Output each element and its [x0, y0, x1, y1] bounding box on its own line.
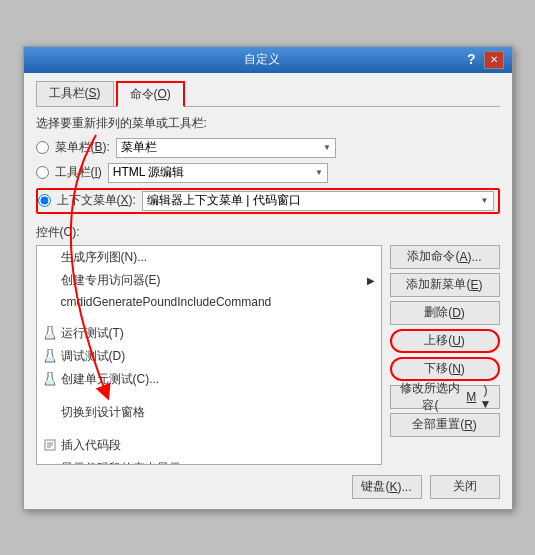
- flask-create-icon: [43, 372, 57, 386]
- blank-icon: [43, 295, 57, 309]
- move-up-wrapper: 上移(U): [390, 329, 500, 353]
- radio-toolbar[interactable]: [36, 166, 49, 179]
- blank-icon: [43, 405, 57, 419]
- radio-group: 菜单栏(B): 菜单栏 ▼ 工具栏(I) HTML 源编辑 ▼ 上下文菜单(X)…: [36, 138, 500, 216]
- delete-button[interactable]: 删除(D): [390, 301, 500, 325]
- dropdown-arrow-context: ▼: [481, 196, 489, 205]
- close-dialog-button[interactable]: 关闭: [430, 475, 500, 499]
- list-item[interactable]: 创建专用访问器(E) ▶: [37, 269, 381, 292]
- flask-debug-icon: [43, 349, 57, 363]
- command-list[interactable]: 生成序列图(N)... 创建专用访问器(E) ▶ cmdidGeneratePo…: [36, 245, 382, 465]
- controls-label: 控件(C):: [36, 224, 500, 241]
- dialog-title: 自定义: [58, 51, 467, 68]
- blank-icon: [43, 461, 57, 465]
- tab-command[interactable]: 命令(O): [116, 81, 185, 107]
- blank-icon: [43, 273, 57, 287]
- dropdown-arrow-menu: ▼: [323, 143, 331, 152]
- dropdown-arrow-toolbar: ▼: [315, 168, 323, 177]
- radio-context[interactable]: [38, 194, 51, 207]
- dropdown-context[interactable]: 编辑器上下文菜单 | 代码窗口 ▼: [142, 191, 494, 211]
- main-area: 生成序列图(N)... 创建专用访问器(E) ▶ cmdidGeneratePo…: [36, 245, 500, 465]
- title-bar: 自定义 ? ✕: [24, 47, 512, 73]
- list-separator: [37, 424, 381, 434]
- tab-toolbar[interactable]: 工具栏(S): [36, 81, 114, 106]
- select-label: 选择要重新排列的菜单或工具栏:: [36, 115, 500, 132]
- radio-row-menu: 菜单栏(B): 菜单栏 ▼: [36, 138, 500, 158]
- dropdown-menu[interactable]: 菜单栏 ▼: [116, 138, 336, 158]
- keyboard-button[interactable]: 键盘(K)...: [352, 475, 422, 499]
- dialog-body: 工具栏(S) 命令(O) 选择要重新排列的菜单或工具栏: 菜单栏(B): 菜单栏…: [24, 73, 512, 509]
- blank-icon: [43, 250, 57, 264]
- list-separator: [37, 312, 381, 322]
- radio-row-context: 上下文菜单(X): 编辑器上下文菜单 | 代码窗口 ▼: [36, 188, 500, 214]
- list-area: 生成序列图(N)... 创建专用访问器(E) ▶ cmdidGeneratePo…: [36, 245, 382, 465]
- radio-context-label: 上下文菜单(X):: [57, 192, 136, 209]
- svg-rect-5: [46, 380, 54, 384]
- add-command-button[interactable]: 添加命令(A)...: [390, 245, 500, 269]
- move-up-button[interactable]: 上移(U): [390, 329, 500, 353]
- list-item[interactable]: 插入代码段: [37, 434, 381, 457]
- radio-toolbar-label: 工具栏(I): [55, 164, 102, 181]
- tab-bar: 工具栏(S) 命令(O): [36, 81, 500, 107]
- radio-row-toolbar: 工具栏(I) HTML 源编辑 ▼: [36, 163, 500, 183]
- radio-menu-label: 菜单栏(B):: [55, 139, 110, 156]
- dropdown-toolbar[interactable]: HTML 源编辑 ▼: [108, 163, 328, 183]
- list-item[interactable]: 生成序列图(N)...: [37, 246, 381, 269]
- list-item[interactable]: 运行测试(T): [37, 322, 381, 345]
- buttons-panel: 添加命令(A)... 添加新菜单(E) 删除(D) 上移(U) 下移(N) 修改…: [390, 245, 500, 465]
- move-down-button[interactable]: 下移(N): [390, 357, 500, 381]
- submenu-arrow: ▶: [367, 275, 375, 286]
- add-menu-button[interactable]: 添加新菜单(E): [390, 273, 500, 297]
- list-item[interactable]: 切换到设计窗格: [37, 401, 381, 424]
- modify-button[interactable]: 修改所选内容(M) ▼: [390, 385, 500, 409]
- reset-all-button[interactable]: 全部重置(R): [390, 413, 500, 437]
- flask-icon: [43, 326, 57, 340]
- move-down-wrapper: 下移(N): [390, 357, 500, 381]
- customize-dialog: 自定义 ? ✕ 工具栏(S) 命令(O) 选择要重新排列的菜单或工具栏: 菜单栏…: [23, 46, 513, 510]
- radio-menu[interactable]: [36, 141, 49, 154]
- title-controls: ? ✕: [467, 51, 504, 69]
- help-button[interactable]: ?: [467, 51, 476, 69]
- svg-rect-3: [46, 357, 54, 361]
- list-item[interactable]: 显示代码段的突出显示: [37, 457, 381, 465]
- list-separator: [37, 391, 381, 401]
- close-button[interactable]: ✕: [484, 51, 504, 69]
- list-item[interactable]: 调试测试(D): [37, 345, 381, 368]
- list-item-create-unit-test[interactable]: 创建单元测试(C)...: [37, 368, 381, 391]
- svg-rect-1: [46, 334, 54, 338]
- dialog-footer: 键盘(K)... 关闭: [36, 475, 500, 499]
- snippet-icon: [43, 438, 57, 452]
- list-item[interactable]: cmdidGeneratePoundIncludeCommand: [37, 292, 381, 312]
